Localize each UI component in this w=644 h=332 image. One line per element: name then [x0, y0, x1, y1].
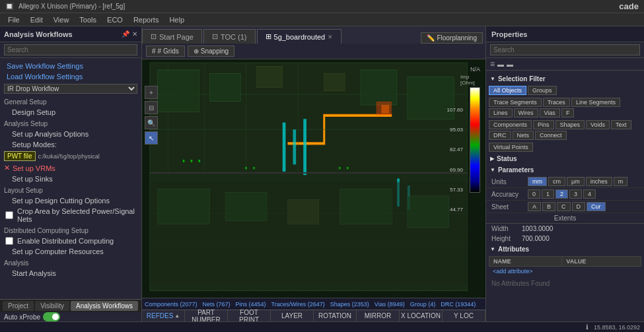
nets-count[interactable]: Nets (767)	[203, 301, 231, 308]
th-layer[interactable]: LAYER	[271, 310, 314, 321]
vias-count[interactable]: Vias (8949)	[375, 301, 405, 308]
zoom-minus-btn[interactable]: 🔍	[145, 116, 158, 129]
design-setup-item[interactable]: Design Setup	[0, 107, 141, 117]
tabs-container: ⊡ Start Page ⊡ TOC (1) ⊞ 5g_boardrouted …	[142, 26, 485, 44]
accuracy-2[interactable]: 2	[555, 189, 568, 199]
filter-drc[interactable]: DRC	[489, 131, 511, 140]
start-analysis-item[interactable]: Start Analysis	[0, 268, 141, 279]
filter-pins[interactable]: Pins	[533, 120, 554, 129]
canvas-area[interactable]: + ⊟ 🔍 ↖ N/A Imp [Ohm] 107.60 95.03 82.47…	[142, 59, 485, 298]
shapes-count[interactable]: Shapes (2353)	[330, 301, 369, 308]
filter-trace-segments[interactable]: Trace Segments	[489, 98, 542, 107]
filter-shapes[interactable]: Shapes	[555, 120, 585, 129]
svg-rect-12	[209, 73, 240, 101]
attributes-header[interactable]: ▼ Attributes	[486, 244, 644, 255]
project-tab[interactable]: Project	[3, 301, 34, 311]
floorplanning-btn[interactable]: ✏️ Floorplanning	[421, 32, 483, 44]
set-design-options-item[interactable]: Set up Design Cutting Options	[0, 195, 141, 206]
accuracy-0[interactable]: 0	[528, 189, 540, 199]
analysis-workflows-tab[interactable]: Analysis Workflows	[71, 301, 138, 311]
close-icon[interactable]: ✕	[132, 30, 137, 38]
filter-traces[interactable]: Traces	[543, 98, 570, 107]
units-cm[interactable]: cm	[548, 177, 565, 186]
start-page-tab[interactable]: ⊡ Start Page	[142, 29, 202, 44]
units-m[interactable]: m	[614, 177, 628, 186]
autoxprobe-toggle[interactable]	[43, 312, 60, 321]
crop-area-checkbox[interactable]	[5, 211, 13, 219]
visibility-tab[interactable]: Visibility	[35, 301, 69, 311]
filter-nets[interactable]: Nets	[513, 131, 534, 140]
sheet-cur[interactable]: Cur	[587, 202, 606, 211]
th-mirror[interactable]: MIRROR	[357, 310, 400, 321]
set-sinks-item[interactable]: Set up Sinks	[0, 174, 141, 184]
parameters-header[interactable]: ▼ Parameters	[486, 164, 644, 176]
units-um[interactable]: μm	[567, 177, 585, 186]
save-workflow-link[interactable]: Save Workflow Settings	[0, 61, 141, 71]
filter-vias[interactable]: Vias	[540, 108, 560, 117]
workflow-dropdown[interactable]: IR Drop Workflow	[4, 84, 137, 94]
filter-f[interactable]: F	[561, 108, 575, 117]
filter-connect[interactable]: Connect	[535, 131, 567, 140]
zoom-add-btn[interactable]: +	[145, 86, 158, 99]
toc-tab[interactable]: ⊡ TOC (1)	[203, 29, 256, 44]
panel-search-input[interactable]	[4, 44, 137, 55]
table-header: REFDES ▲ PART NUMBER FOOT PRINT LAYER RO…	[142, 310, 485, 321]
set-vrms-item[interactable]: ✕ Set up VRMs	[0, 162, 141, 174]
accuracy-4[interactable]: 4	[583, 189, 596, 199]
th-rotation[interactable]: ROTATION	[314, 310, 357, 321]
filter-text[interactable]: Text	[611, 120, 631, 129]
properties-search-area	[486, 42, 644, 58]
units-mm[interactable]: mm	[528, 177, 547, 186]
crop-area-item: Crop Area by Selected Power/Signal Nets	[0, 206, 141, 224]
sheet-a[interactable]: A	[528, 202, 541, 211]
add-attribute[interactable]: <add attribute>	[489, 267, 641, 276]
selection-filter-header[interactable]: ▼ Selection Filter	[486, 73, 644, 84]
menu-edit[interactable]: Edit	[25, 13, 48, 26]
filter-wires[interactable]: Wires	[514, 108, 538, 117]
th-footprint[interactable]: FOOT PRINT	[228, 310, 271, 321]
drc-count[interactable]: DRC (19344)	[441, 301, 476, 308]
filter-voids[interactable]: Voids	[586, 120, 610, 129]
menu-view[interactable]: View	[48, 13, 75, 26]
sheet-b[interactable]: B	[542, 202, 555, 211]
components-count[interactable]: Components (2077)	[145, 301, 197, 308]
filter-lines[interactable]: Lines	[489, 108, 513, 117]
cursor-btn[interactable]: ↖	[145, 131, 158, 145]
accuracy-3[interactable]: 3	[569, 189, 582, 199]
menu-tools[interactable]: Tools	[74, 13, 102, 26]
svg-rect-24	[225, 193, 267, 220]
group-count[interactable]: Group (4)	[410, 301, 436, 308]
sheet-c[interactable]: C	[557, 202, 571, 211]
menu-eco[interactable]: ECO	[102, 13, 128, 26]
filter-line-segments[interactable]: Line Segments	[571, 98, 620, 107]
th-part-number[interactable]: PART NUMBER	[185, 310, 228, 321]
filter-virtual-points[interactable]: Virtual Points	[489, 143, 533, 152]
th-refdes[interactable]: REFDES ▲	[142, 310, 185, 321]
computer-resources-item[interactable]: Set up Computer Resources	[0, 246, 141, 257]
filter-components[interactable]: Components	[489, 120, 532, 129]
grids-btn[interactable]: # # Grids	[146, 46, 185, 57]
set-analysis-options-item[interactable]: Set up Analysis Options	[0, 129, 141, 139]
status-header[interactable]: ▶ Status	[486, 153, 644, 164]
filter-groups[interactable]: Groups	[528, 86, 557, 95]
board-tab[interactable]: ⊞ 5g_boardrouted ✕	[257, 29, 342, 44]
width-row: Width 1003.0000	[486, 224, 644, 234]
traces-count[interactable]: Traces/Wires (2647)	[271, 301, 325, 308]
th-y-loc[interactable]: Y LOC	[443, 310, 485, 321]
pins-count[interactable]: Pins (4454)	[236, 301, 266, 308]
sheet-d[interactable]: D	[572, 202, 586, 211]
tab-close-icon[interactable]: ✕	[328, 34, 333, 40]
units-inches[interactable]: inches	[586, 177, 612, 186]
layer-btn[interactable]: ⊟	[145, 101, 158, 114]
pin-icon[interactable]: 📌	[122, 30, 129, 38]
menu-help[interactable]: Help	[164, 13, 190, 26]
filter-all-objects[interactable]: All Objects	[489, 86, 526, 95]
load-workflow-link[interactable]: Load Workflow Settings	[0, 71, 141, 82]
properties-search-input[interactable]	[490, 44, 640, 55]
th-x-location[interactable]: X LOCATION	[400, 310, 443, 321]
snapping-btn[interactable]: ⊕ Snapping	[188, 46, 234, 57]
menu-file[interactable]: File	[3, 13, 25, 26]
menu-reports[interactable]: Reports	[128, 13, 164, 26]
accuracy-1[interactable]: 1	[542, 189, 554, 199]
enable-distributed-checkbox[interactable]	[5, 237, 13, 245]
